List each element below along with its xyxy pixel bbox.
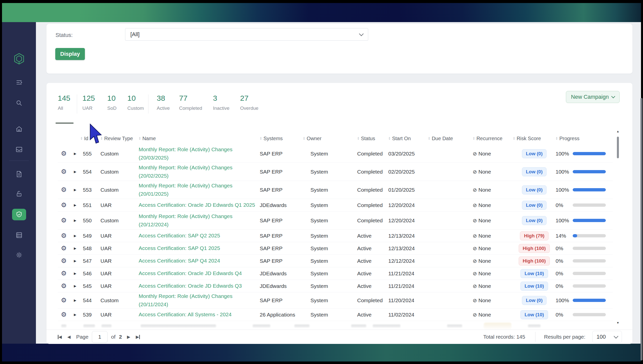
row-expand-icon[interactable]: ▶	[70, 219, 80, 222]
row-expand-icon[interactable]: ▶	[70, 298, 80, 302]
campaign-name-link[interactable]: Monthly Report: Role (Activity) Changes …	[139, 165, 232, 179]
column-header-risk-score[interactable]: ▲▼Risk Score	[513, 136, 556, 141]
campaign-name-link[interactable]: Access Certification: Oracle JD Edwards …	[139, 283, 242, 289]
row-expand-icon[interactable]: ▶	[70, 284, 80, 288]
search-icon[interactable]	[2, 97, 36, 109]
stat-tab-custom[interactable]: 10Custom	[127, 94, 144, 111]
stat-tab-inactive[interactable]: 3Inactive	[213, 94, 229, 111]
row-expand-icon[interactable]: ▶	[70, 259, 80, 263]
risk-badge: Low (0)	[522, 149, 547, 158]
table-scrollbar[interactable]: ▲ ▼	[616, 130, 620, 325]
row-actions-gear-icon[interactable]: ⚙	[58, 296, 70, 304]
inbox-icon[interactable]	[2, 143, 36, 155]
row-id: 539	[80, 312, 100, 318]
per-page-select[interactable]: 100	[592, 331, 622, 343]
row-risk-score: Low (0)	[513, 296, 556, 305]
row-status: Active	[357, 258, 388, 264]
column-header-review-type[interactable]: ▲▼Review Type	[100, 136, 139, 141]
document-icon[interactable]	[2, 168, 36, 180]
page-number-input[interactable]: 1	[92, 331, 108, 343]
row-actions-gear-icon[interactable]: ⚙	[58, 311, 70, 319]
column-header-systems[interactable]: ▲▼Systems	[260, 136, 303, 141]
per-page-label: Results per page:	[544, 334, 585, 340]
column-header-due-date[interactable]: ▲▼Due Date	[428, 136, 473, 141]
risk-badge: Low (0)	[522, 201, 547, 210]
sort-icon: ▲▼	[473, 137, 475, 140]
row-id: 545	[80, 283, 100, 289]
prev-page-button[interactable]: ◀	[67, 334, 71, 340]
row-expand-icon[interactable]: ▶	[70, 170, 80, 174]
total-pages: 2	[119, 334, 122, 340]
chevron-down-icon	[359, 31, 363, 36]
status-select[interactable]: [All]	[125, 28, 368, 41]
row-actions-gear-icon[interactable]: ⚙	[58, 270, 70, 277]
campaign-name-link[interactable]: Access Certification: All Systems - 2024	[139, 311, 232, 317]
risk-badge: High (100)	[519, 256, 550, 266]
new-campaign-button[interactable]: New Campaign	[566, 91, 620, 103]
row-actions-gear-icon[interactable]: ⚙	[58, 150, 70, 158]
campaign-name-link[interactable]: Access Certification: Oracle JD Edwards …	[139, 202, 255, 208]
row-owner: System	[303, 312, 357, 318]
table-row-partial	[58, 321, 613, 330]
row-actions-gear-icon[interactable]: ⚙	[58, 232, 70, 240]
scrollbar-thumb[interactable]	[617, 137, 619, 158]
row-status: Completed	[357, 297, 388, 303]
stat-tab-uar[interactable]: 125UAR	[82, 94, 95, 111]
lock-icon[interactable]	[2, 188, 36, 200]
column-header-name[interactable]: ▲▼Name	[139, 136, 260, 141]
row-expand-icon[interactable]: ▶	[70, 246, 80, 250]
next-page-button[interactable]: ▶	[127, 334, 130, 340]
stat-tab-completed[interactable]: 77Completed	[179, 94, 202, 111]
stat-label: Active	[157, 106, 170, 111]
row-expand-icon[interactable]: ▶	[70, 313, 80, 317]
campaign-name-link[interactable]: Access Certification: Oracle JD Edwards …	[139, 270, 242, 276]
browser-scrollbar[interactable]	[640, 98, 642, 360]
row-actions-gear-icon[interactable]: ⚙	[58, 217, 70, 224]
stat-tab-overdue[interactable]: 27Overdue	[240, 94, 258, 111]
display-button[interactable]: Display	[55, 48, 85, 60]
row-recurrence: ⊘None	[473, 233, 513, 239]
column-header-status[interactable]: ▲▼Status	[357, 136, 388, 141]
row-expand-icon[interactable]: ▶	[70, 203, 80, 207]
row-expand-icon[interactable]: ▶	[70, 234, 80, 238]
row-systems: JDEdwards	[260, 283, 303, 289]
campaign-name-link[interactable]: Access Certification: SAP Q2 2025	[139, 233, 220, 238]
column-header-start-on[interactable]: ▲▼Start On	[388, 136, 428, 141]
row-expand-icon[interactable]: ▶	[70, 188, 80, 192]
column-header-owner[interactable]: ▲▼Owner	[303, 136, 357, 141]
row-actions-gear-icon[interactable]: ⚙	[58, 168, 70, 176]
stat-tab-sod[interactable]: 10SoD	[107, 94, 117, 111]
stat-label: SoD	[107, 106, 117, 111]
campaign-name-link[interactable]: Monthly Report: Role (Activity) Changes …	[139, 293, 232, 307]
first-page-button[interactable]: ◀	[58, 334, 62, 340]
database-icon[interactable]	[2, 229, 36, 241]
collapse-menu-icon[interactable]	[2, 76, 36, 88]
row-expand-icon[interactable]: ▶	[70, 272, 80, 275]
stat-tab-all[interactable]: 145All	[58, 94, 70, 111]
sidebar-item-certifications[interactable]	[12, 209, 26, 220]
row-actions-gear-icon[interactable]: ⚙	[58, 282, 70, 290]
row-actions-gear-icon[interactable]: ⚙	[58, 201, 70, 209]
campaign-name-link[interactable]: Access Certification: SAP Q1 2025	[139, 245, 220, 251]
table-row: ⚙▶544CustomMonthly Report: Role (Activit…	[58, 292, 613, 308]
campaign-name-link[interactable]: Monthly Report: Role (Activity) Changes …	[139, 146, 232, 161]
settings-gear-icon[interactable]	[2, 249, 36, 261]
progress-bar	[573, 299, 606, 302]
row-actions-gear-icon[interactable]: ⚙	[58, 244, 70, 252]
column-header-progress[interactable]: ▲▼Progress	[556, 136, 613, 141]
row-actions-gear-icon[interactable]: ⚙	[58, 186, 70, 194]
home-icon[interactable]	[2, 123, 36, 135]
stat-tab-active[interactable]: 38Active	[157, 94, 170, 111]
row-expand-icon[interactable]: ▶	[70, 152, 80, 155]
row-risk-score: High (79)	[513, 231, 556, 240]
row-id: 544	[80, 297, 100, 303]
row-systems: 26 Applications	[260, 312, 303, 318]
scroll-down-icon[interactable]: ▼	[616, 321, 619, 325]
campaign-name-link[interactable]: Monthly Report: Role (Activity) Changes …	[139, 213, 232, 227]
row-actions-gear-icon[interactable]: ⚙	[58, 257, 70, 265]
campaign-name-link[interactable]: Access Certification: SAP Q4 2024	[139, 258, 220, 264]
scroll-up-icon[interactable]: ▲	[616, 130, 619, 133]
last-page-button[interactable]: ▶	[136, 334, 140, 340]
column-header-recurrence[interactable]: ▲▼Recurrence	[473, 136, 513, 141]
campaign-name-link[interactable]: Monthly Report: Role (Activity) Changes …	[139, 183, 232, 197]
